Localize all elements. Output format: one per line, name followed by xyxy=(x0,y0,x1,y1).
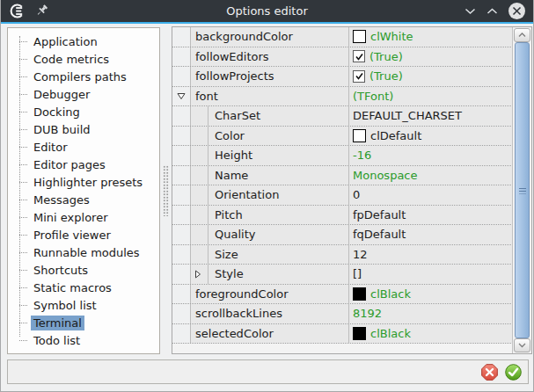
property-name-cell[interactable]: selectedColor xyxy=(190,324,348,344)
scrollbar-thumb[interactable] xyxy=(515,42,530,338)
tree-connector xyxy=(19,340,27,341)
sidebar-item-mini-explorer[interactable]: Mini explorer xyxy=(8,208,159,226)
property-name-cell[interactable]: scrollbackLines xyxy=(190,304,348,323)
property-value-cell[interactable]: DEFAULT_CHARSET xyxy=(348,106,513,126)
roll-up-icon[interactable] xyxy=(486,8,498,15)
property-value-cell[interactable]: clBlack xyxy=(348,324,513,344)
property-value-cell[interactable]: (TFont) xyxy=(348,87,513,106)
roll-down-icon[interactable] xyxy=(465,8,476,15)
sidebar-item-terminal[interactable]: Terminal xyxy=(8,314,159,331)
expander-open-icon[interactable] xyxy=(177,92,186,100)
tree-connector xyxy=(19,217,27,218)
property-row-font[interactable]: font(TFont) xyxy=(172,87,513,107)
vertical-scrollbar[interactable] xyxy=(512,27,531,353)
property-row-backgroundColor[interactable]: backgroundColorclWhite xyxy=(172,27,513,47)
property-value-cell[interactable]: clWhite xyxy=(348,27,513,47)
property-name-cell[interactable]: foregroundColor xyxy=(190,285,348,304)
property-name-cell[interactable]: Quality xyxy=(190,225,348,244)
property-value-cell[interactable]: Monospace xyxy=(348,166,513,185)
close-icon[interactable] xyxy=(508,3,525,19)
property-row-CharSet[interactable]: CharSetDEFAULT_CHARSET xyxy=(172,106,513,127)
sidebar-item-editor-pages[interactable]: Editor pages xyxy=(8,156,159,173)
tree-connector xyxy=(19,182,27,183)
sidebar-item-compilers-paths[interactable]: Compilers paths xyxy=(8,68,159,85)
property-row-followProjects[interactable]: followProjects(True) xyxy=(172,67,513,87)
property-row-foregroundColor[interactable]: foregroundColorclBlack xyxy=(172,285,513,305)
pin-icon[interactable] xyxy=(36,4,49,18)
property-name-cell[interactable]: backgroundColor xyxy=(190,27,348,47)
sidebar-item-profile-viewer[interactable]: Profile viewer xyxy=(8,226,159,243)
property-name-cell[interactable]: Name xyxy=(190,166,348,185)
property-value-cell[interactable]: [] xyxy=(348,265,513,284)
sidebar-list: ApplicationCode metricsCompilers pathsDe… xyxy=(8,28,159,349)
property-value-cell[interactable]: 8192 xyxy=(348,304,513,323)
property-row-selectedColor[interactable]: selectedColorclBlack xyxy=(172,324,513,345)
color-swatch[interactable] xyxy=(353,129,366,142)
property-value-cell[interactable]: (True) xyxy=(348,67,513,86)
scroll-up-button[interactable] xyxy=(514,28,530,42)
sidebar-item-messages[interactable]: Messages xyxy=(8,191,159,208)
sidebar-item-docking[interactable]: Docking xyxy=(8,103,159,120)
sidebar-item-editor[interactable]: Editor xyxy=(8,138,159,156)
property-name-cell[interactable]: followProjects xyxy=(190,67,348,86)
property-row-Style[interactable]: Style[] xyxy=(172,265,513,285)
row-gutter xyxy=(172,324,190,344)
property-name: Height xyxy=(215,149,252,162)
sidebar-item-label: Terminal xyxy=(31,316,84,330)
value-checkbox[interactable] xyxy=(353,70,365,83)
sidebar-item-highlighter-presets[interactable]: Highlighter presets xyxy=(8,173,159,191)
value-checkbox[interactable] xyxy=(353,50,365,62)
statusbar xyxy=(7,359,529,384)
property-value-cell[interactable]: clDefault xyxy=(348,127,513,146)
property-row-Quality[interactable]: QualityfqDefault xyxy=(172,225,513,245)
property-row-Orientation[interactable]: Orientation0 xyxy=(172,185,513,206)
sidebar-item-shortcuts[interactable]: Shortcuts xyxy=(8,261,159,279)
tree-connector xyxy=(19,287,27,288)
property-row-Height[interactable]: Height-16 xyxy=(172,146,513,166)
property-row-Pitch[interactable]: PitchfpDefault xyxy=(172,206,513,226)
property-value-cell[interactable]: (True) xyxy=(348,47,513,67)
property-row-Color[interactable]: ColorclDefault xyxy=(172,127,513,147)
sidebar-item-runnable-modules[interactable]: Runnable modules xyxy=(8,243,159,261)
sidebar-item-debugger[interactable]: Debugger xyxy=(8,85,159,103)
property-value-cell[interactable]: 0 xyxy=(348,185,513,205)
sidebar-item-application[interactable]: Application xyxy=(8,33,159,50)
sidebar-item-dub-build[interactable]: DUB build xyxy=(8,120,159,138)
property-value: clWhite xyxy=(370,30,413,43)
property-row-followEditors[interactable]: followEditors(True) xyxy=(172,47,513,68)
property-name-cell[interactable]: font xyxy=(190,87,348,106)
row-gutter xyxy=(172,106,190,126)
property-name-cell[interactable]: Color xyxy=(190,127,348,146)
property-name-cell[interactable]: Pitch xyxy=(190,206,348,225)
color-swatch[interactable] xyxy=(353,287,366,301)
property-name-cell[interactable]: CharSet xyxy=(190,106,348,126)
property-name-cell[interactable]: Size xyxy=(190,245,348,265)
property-name-cell[interactable]: Style xyxy=(190,265,348,284)
color-swatch[interactable] xyxy=(353,30,366,43)
sidebar-item-static-macros[interactable]: Static macros xyxy=(8,279,159,296)
tree-connector xyxy=(19,76,27,77)
property-value-cell[interactable]: fpDefault xyxy=(348,206,513,225)
color-swatch[interactable] xyxy=(353,327,366,340)
property-value-cell[interactable]: 12 xyxy=(348,245,513,265)
property-value: 8192 xyxy=(353,307,382,320)
panel-splitter[interactable] xyxy=(161,27,171,354)
property-value-cell[interactable]: fqDefault xyxy=(348,225,513,244)
accept-button[interactable] xyxy=(505,364,522,381)
property-name-cell[interactable]: Height xyxy=(190,146,348,165)
sidebar-item-code-metrics[interactable]: Code metrics xyxy=(8,50,159,68)
sidebar-item-todo-list[interactable]: Todo list xyxy=(8,331,159,349)
sidebar-item-symbol-list[interactable]: Symbol list xyxy=(8,296,159,314)
property-value-cell[interactable]: clBlack xyxy=(348,285,513,304)
property-row-Name[interactable]: NameMonospace xyxy=(172,166,513,186)
cancel-button[interactable] xyxy=(481,364,498,381)
property-name-cell[interactable]: Orientation xyxy=(190,185,348,205)
property-row-Size[interactable]: Size12 xyxy=(172,245,513,265)
expander-closed-icon[interactable] xyxy=(194,270,201,279)
tree-connector xyxy=(19,305,27,306)
property-row-scrollbackLines[interactable]: scrollbackLines8192 xyxy=(172,304,513,324)
property-name-cell[interactable]: followEditors xyxy=(190,47,348,67)
property-value-cell[interactable]: -16 xyxy=(348,146,513,165)
tree-connector xyxy=(19,129,27,130)
scroll-down-button[interactable] xyxy=(514,338,530,352)
